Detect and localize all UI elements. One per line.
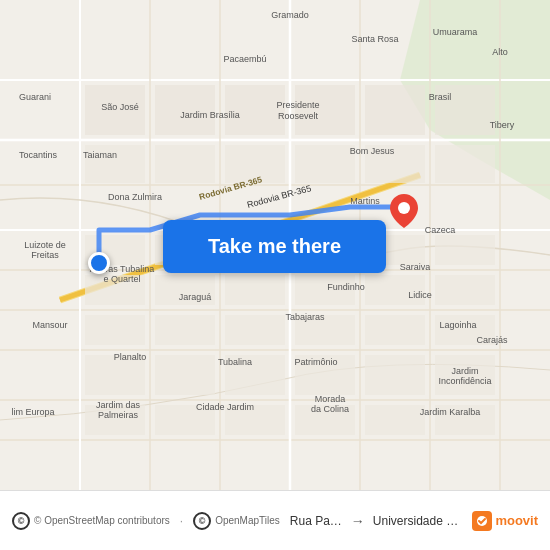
svg-text:da Colina: da Colina [311,404,349,414]
svg-rect-47 [225,315,285,345]
take-me-there-button[interactable]: Take me there [163,220,386,273]
svg-rect-45 [85,315,145,345]
svg-text:Saraiva: Saraiva [400,262,431,272]
destination-label: Universidade Federal De Uberl... [373,514,463,528]
svg-text:Jardim: Jardim [451,366,478,376]
svg-rect-38 [435,235,495,265]
svg-point-108 [398,202,410,214]
svg-rect-25 [365,85,425,135]
svg-rect-44 [435,275,495,305]
svg-rect-49 [365,315,425,345]
svg-text:Lagoinha: Lagoinha [439,320,476,330]
svg-text:Inconfidência: Inconfidência [438,376,491,386]
attribution-divider: · [180,514,183,528]
osm-text: © OpenStreetMap contributors [34,515,170,526]
svg-text:Palmeiras: Palmeiras [98,410,139,420]
route-summary: Rua Paulo Luiz R... → Universidade Feder… [290,513,463,529]
svg-text:Guarani: Guarani [19,92,51,102]
svg-text:Luizote de: Luizote de [24,240,66,250]
svg-text:São José: São José [101,102,139,112]
svg-text:Santa Rosa: Santa Rosa [351,34,398,44]
svg-text:Pacaembú: Pacaembú [223,54,266,64]
svg-text:Mansour: Mansour [32,320,67,330]
svg-text:e Quartel: e Quartel [103,274,140,284]
svg-rect-55 [365,355,425,395]
svg-text:Martins: Martins [350,196,380,206]
svg-text:Umuarama: Umuarama [433,27,478,37]
moovit-icon [472,511,492,531]
svg-text:Taiaman: Taiaman [83,150,117,160]
osm-attribution: © © OpenStreetMap contributors [12,512,170,530]
svg-text:Fundinho: Fundinho [327,282,365,292]
svg-text:Bom Jesus: Bom Jesus [350,146,395,156]
map-container: Rodovia BR-365 [0,0,550,490]
svg-text:Roosevelt: Roosevelt [278,111,319,121]
svg-text:lim Europa: lim Europa [11,407,54,417]
svg-text:Alto: Alto [492,47,508,57]
svg-text:Morada: Morada [315,394,346,404]
moovit-brand: moovit [472,511,538,531]
omt-text: OpenMapTiles [215,515,280,526]
svg-rect-32 [435,145,495,183]
svg-text:Planalto: Planalto [114,352,147,362]
svg-text:Gramado: Gramado [271,10,309,20]
footer-bar: © © OpenStreetMap contributors · © OpenM… [0,490,550,550]
svg-text:Patrimônio: Patrimônio [294,357,337,367]
omt-logo: © [193,512,211,530]
svg-text:Presidente: Presidente [276,100,319,110]
svg-rect-28 [155,145,215,183]
omt-attribution: © OpenMapTiles [193,512,280,530]
moovit-text: moovit [495,513,538,528]
origin-label: Rua Paulo Luiz R... [290,514,343,528]
svg-text:Dona Zulmira: Dona Zulmira [108,192,162,202]
svg-text:Tubalina: Tubalina [218,357,252,367]
svg-text:Lidice: Lidice [408,290,432,300]
svg-rect-61 [365,405,425,435]
svg-text:Jardim das: Jardim das [96,400,141,410]
route-arrow: → [351,513,365,529]
svg-text:Cidade Jardim: Cidade Jardim [196,402,254,412]
svg-text:Freitas: Freitas [31,250,59,260]
svg-text:Tibery: Tibery [490,120,515,130]
svg-text:Jardim Brasília: Jardim Brasília [180,110,240,120]
destination-marker [390,194,418,228]
svg-text:Brasil: Brasil [429,92,452,102]
svg-text:Tabajaras: Tabajaras [285,312,325,322]
svg-text:Tocantins: Tocantins [19,150,58,160]
origin-marker [88,252,110,274]
svg-rect-52 [155,355,215,395]
svg-text:Carajás: Carajás [476,335,508,345]
svg-rect-46 [155,315,215,345]
svg-text:Jardim Karalba: Jardim Karalba [420,407,481,417]
svg-rect-30 [295,145,355,183]
svg-rect-24 [295,85,355,135]
svg-text:Cazeca: Cazeca [425,225,456,235]
svg-rect-41 [225,275,285,305]
osm-logo: © [12,512,30,530]
svg-text:Jaraguá: Jaraguá [179,292,212,302]
